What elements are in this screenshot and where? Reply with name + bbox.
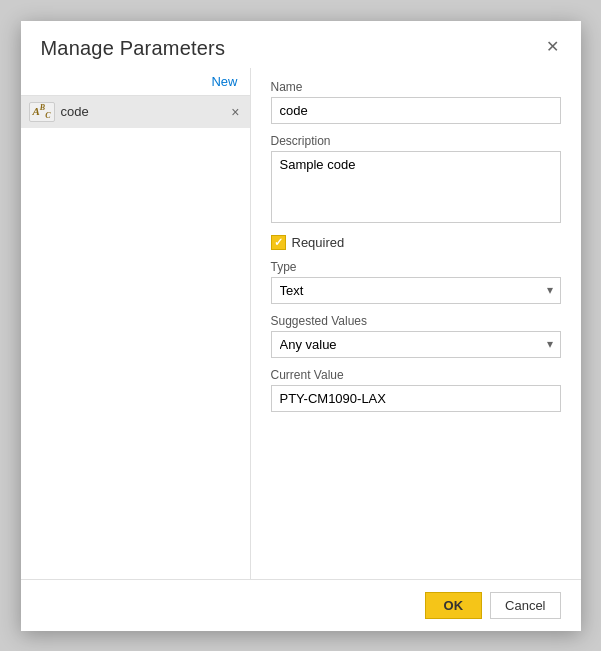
checkmark-icon: ✓ (274, 237, 283, 248)
suggested-values-select[interactable]: Any value List of values (271, 331, 561, 358)
current-value-label: Current Value (271, 368, 561, 382)
dialog-footer: OK Cancel (21, 579, 581, 631)
required-checkbox[interactable]: ✓ (271, 235, 286, 250)
description-field-group: Description (271, 134, 561, 223)
left-panel-header: New (21, 68, 250, 96)
suggested-values-label: Suggested Values (271, 314, 561, 328)
type-select-wrapper: Text Number Date Date/Time Duration (271, 277, 561, 304)
type-field-group: Type Text Number Date Date/Time Duration (271, 260, 561, 304)
left-panel: New ABC code × (21, 68, 251, 579)
left-empty-area (21, 128, 250, 578)
param-name-label: code (61, 104, 224, 119)
suggested-values-field-group: Suggested Values Any value List of value… (271, 314, 561, 358)
suggested-values-select-wrapper: Any value List of values (271, 331, 561, 358)
name-input[interactable] (271, 97, 561, 124)
current-value-field-group: Current Value (271, 368, 561, 412)
current-value-input[interactable] (271, 385, 561, 412)
dialog-header: Manage Parameters ✕ (21, 21, 581, 68)
new-button[interactable]: New (207, 72, 241, 91)
type-label: Type (271, 260, 561, 274)
dialog-title: Manage Parameters (41, 37, 226, 60)
close-button[interactable]: ✕ (540, 37, 565, 57)
param-type-icon: ABC (29, 102, 55, 123)
required-row: ✓ Required (271, 235, 561, 250)
name-field-group: Name (271, 80, 561, 124)
parameter-item[interactable]: ABC code × (21, 96, 250, 129)
required-label[interactable]: Required (292, 235, 345, 250)
type-select[interactable]: Text Number Date Date/Time Duration (271, 277, 561, 304)
description-textarea[interactable] (271, 151, 561, 223)
right-panel: Name Description ✓ Required Type Text Nu… (251, 68, 581, 579)
description-label: Description (271, 134, 561, 148)
dialog-body: New ABC code × Name Description (21, 68, 581, 579)
cancel-button[interactable]: Cancel (490, 592, 560, 619)
manage-parameters-dialog: Manage Parameters ✕ New ABC code × Name (21, 21, 581, 631)
param-remove-button[interactable]: × (229, 105, 241, 119)
ok-button[interactable]: OK (425, 592, 483, 619)
name-label: Name (271, 80, 561, 94)
